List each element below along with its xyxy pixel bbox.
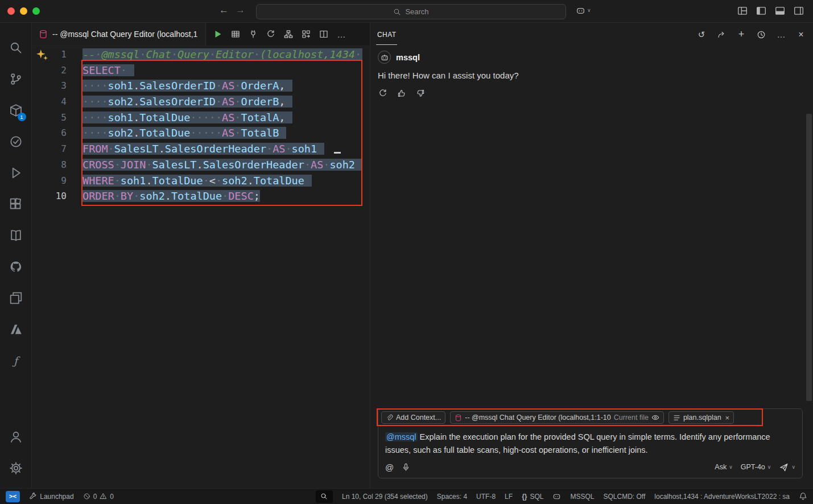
error-icon <box>83 493 90 500</box>
copilot-menu[interactable]: ∨ <box>576 6 591 15</box>
chat-input-text[interactable]: @mssql Explain the execution plan for th… <box>378 426 802 459</box>
chat-input-controls: @ Ask ∨ GPT-4o ∨ <box>378 456 802 478</box>
thumbs-down-icon[interactable] <box>415 88 426 98</box>
send-button[interactable]: ∨ <box>779 462 795 472</box>
eye-icon[interactable] <box>651 414 659 422</box>
zoom-indicator[interactable] <box>316 490 333 503</box>
code-line[interactable]: ····soh2.SalesOrderID·AS·OrderB, <box>82 94 362 110</box>
sidebar-item-search[interactable] <box>0 32 32 63</box>
line-number: 6 <box>32 125 67 141</box>
bell-icon[interactable] <box>799 492 807 501</box>
language-label: SQL <box>530 493 543 501</box>
database-icon <box>455 414 462 422</box>
sidebar-item-azure[interactable] <box>0 313 32 345</box>
warning-count: 0 <box>110 493 114 501</box>
warning-icon <box>100 493 107 500</box>
sidebar-item-docs[interactable] <box>0 220 32 251</box>
mode-selector[interactable]: Ask ∨ <box>715 463 732 471</box>
navigate-forward-icon[interactable]: → <box>236 5 245 16</box>
line-number: 5 <box>32 110 67 126</box>
more-actions-button[interactable]: … <box>335 28 348 40</box>
redo-icon[interactable] <box>715 28 728 41</box>
code-line[interactable]: --·@mssql·Chat·Query·Editor·(localhost,1… <box>82 47 362 63</box>
sidebar-item-remote-explorer[interactable]: 1 <box>0 94 32 126</box>
maximize-window-button[interactable] <box>32 7 40 15</box>
copilot-status-icon[interactable] <box>552 492 561 501</box>
paperclip-icon <box>386 414 393 422</box>
connection-status[interactable]: localhost,1434 : AdventureWorksLT2022 : … <box>654 493 790 501</box>
toggle-panel-icon[interactable] <box>775 6 785 16</box>
chevron-down-icon: ∨ <box>587 8 591 13</box>
history-icon[interactable] <box>755 28 767 41</box>
sidebar-item-github[interactable] <box>0 251 32 282</box>
sidebar-item-run-debug[interactable] <box>0 157 32 188</box>
new-chat-button[interactable]: + <box>735 28 748 41</box>
more-actions-button[interactable]: … <box>775 28 787 41</box>
add-context-button[interactable]: Add Context... <box>381 411 445 424</box>
grid-arrow-icon <box>302 30 311 39</box>
editor-gutter-numbers: 12345678910 <box>32 47 82 204</box>
close-icon[interactable]: × <box>795 28 807 41</box>
launchpad-button[interactable]: Launchpad <box>29 493 73 501</box>
estimated-plan-button[interactable] <box>265 28 277 40</box>
code-line[interactable]: CROSS·JOIN·SalesLT.SalesOrderHeader·AS·s… <box>82 157 362 173</box>
sidebar-item-testing[interactable] <box>0 126 32 157</box>
code-line[interactable]: ····soh1.SalesOrderID·AS·OrderA, <box>82 78 362 94</box>
code-line[interactable]: FROM·SalesLT.SalesOrderHeader·AS·soh1 <box>82 141 362 157</box>
change-connection-button[interactable] <box>247 28 259 40</box>
plan-chip-label: plan.sqlplan <box>683 414 721 422</box>
robot-icon <box>381 53 389 61</box>
command-center-search[interactable]: Search <box>256 4 566 19</box>
language-mode[interactable]: {} SQL <box>522 493 543 501</box>
split-editor-button[interactable] <box>317 28 330 40</box>
line-number: 7 <box>32 141 67 157</box>
code-editor[interactable]: 12345678910 --·@mssql·Chat·Query·Editor·… <box>32 46 370 488</box>
code-line[interactable]: ····soh2.TotalDue·····AS·TotalB <box>82 125 362 141</box>
minimize-window-button[interactable] <box>20 7 27 15</box>
context-chip-current-file[interactable]: -- @mssql Chat Query Editor (localhost,1… <box>450 411 664 424</box>
account-button[interactable] <box>0 421 32 452</box>
sidebar-item-source-control[interactable] <box>0 63 32 94</box>
code-line[interactable]: WHERE·soh1.TotalDue·<·soh2.TotalDue <box>82 173 362 189</box>
encoding-indicator[interactable]: UTF-8 <box>476 493 496 501</box>
regenerate-icon[interactable] <box>378 88 388 98</box>
problems-button[interactable]: 0 0 <box>83 493 114 501</box>
sqlcmd-status[interactable]: SQLCMD: Off <box>604 493 646 501</box>
toggle-secondary-sidebar-icon[interactable] <box>794 6 804 16</box>
sidebar-item-connections[interactable] <box>0 282 32 313</box>
close-window-button[interactable] <box>7 7 15 15</box>
line-number: 3 <box>32 78 67 94</box>
thumbs-up-icon[interactable] <box>397 88 407 98</box>
navigate-back-icon[interactable]: ← <box>219 5 229 16</box>
customize-layout-icon[interactable] <box>737 6 748 16</box>
sidebar-item-functions[interactable]: ƒ <box>0 345 32 376</box>
tab-chat[interactable]: CHAT <box>376 24 397 45</box>
code-line[interactable]: SELECT· <box>82 63 362 79</box>
toggle-primary-sidebar-icon[interactable] <box>756 6 766 16</box>
run-query-button[interactable] <box>212 28 224 40</box>
undo-icon[interactable]: ↺ <box>695 28 708 41</box>
search-placeholder: Search <box>405 7 428 16</box>
scrollbar-thumb[interactable] <box>806 114 812 401</box>
schema-designer-button[interactable] <box>282 28 295 40</box>
microphone-icon[interactable] <box>402 463 410 472</box>
mention-button[interactable]: @ <box>385 462 394 472</box>
query-plan-button[interactable] <box>300 28 312 40</box>
mssql-status[interactable]: MSSQL <box>570 493 594 501</box>
search-icon <box>393 8 401 16</box>
context-chip-plan-file[interactable]: plan.sqlplan × <box>668 411 734 424</box>
sidebar-item-extensions[interactable] <box>0 188 32 220</box>
eol-indicator[interactable]: LF <box>505 493 513 501</box>
extensions-icon <box>9 197 23 211</box>
results-grid-button[interactable] <box>229 28 242 40</box>
settings-button[interactable] <box>0 452 32 484</box>
indentation-indicator[interactable]: Spaces: 4 <box>437 493 467 501</box>
remove-chip-icon[interactable]: × <box>725 414 730 422</box>
error-count: 0 <box>93 493 97 501</box>
remote-indicator[interactable]: >< <box>6 491 20 502</box>
cursor-position[interactable]: Ln 10, Col 29 (354 selected) <box>342 493 428 501</box>
code-line[interactable]: ORDER·BY·soh2.TotalDue·DESC; <box>82 188 362 204</box>
model-selector[interactable]: GPT-4o ∨ <box>741 463 771 471</box>
tab-mssql-query-editor[interactable]: -- @mssql Chat Query Editor (localhost,1 <box>32 23 206 46</box>
code-line[interactable]: ····soh1.TotalDue·····AS·TotalA, <box>82 110 362 126</box>
